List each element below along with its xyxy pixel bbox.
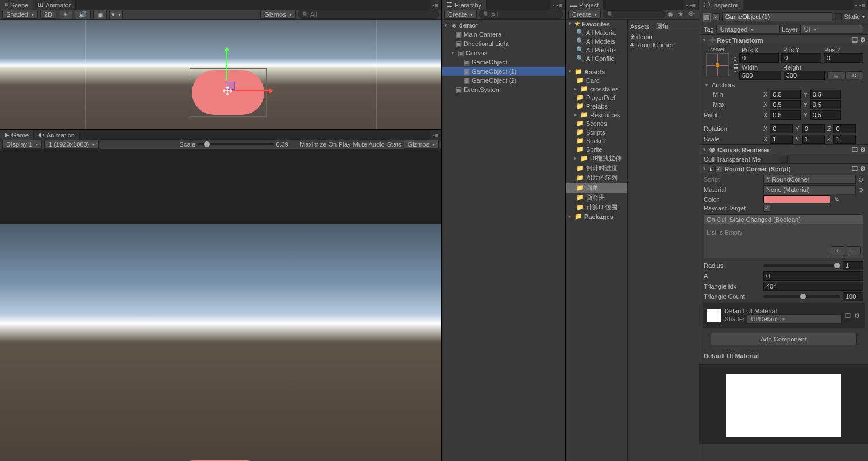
fx-toggle-icon[interactable]: ▣: [93, 10, 107, 20]
folder-item[interactable]: 📁画箭头: [566, 193, 627, 202]
tab-animator[interactable]: ⊞Animator: [33, 0, 76, 10]
hierarchy-create-dropdown[interactable]: Create: [444, 10, 477, 19]
pos-z-input[interactable]: [824, 53, 863, 63]
cull-transparent-checkbox[interactable]: [781, 156, 788, 163]
breadcrumb-item[interactable]: 圆角: [656, 22, 669, 30]
triangle-idx-input[interactable]: [763, 282, 863, 291]
breadcrumb-item[interactable]: Assets: [630, 23, 649, 30]
layer-dropdown[interactable]: UI: [800, 25, 863, 34]
folder-item[interactable]: 📁Sprite: [566, 145, 627, 153]
shader-dropdown[interactable]: UI/Default: [747, 314, 842, 324]
component-context-icon[interactable]: ⚙: [854, 312, 860, 320]
gizmo-toggle-icon[interactable]: ▾: [109, 10, 123, 20]
panel-menu-scene[interactable]: •≡: [430, 0, 441, 10]
hidden-icon[interactable]: 👁: [688, 10, 696, 18]
folder-item[interactable]: 📁Scripts: [566, 128, 627, 136]
hierarchy-item-canvas[interactable]: ▼▣Canvas: [442, 48, 565, 57]
project-asset-item[interactable]: #RoundCorner: [629, 41, 697, 49]
scene-search[interactable]: All: [298, 10, 439, 19]
folder-item[interactable]: 📁Prefabs: [566, 102, 627, 110]
component-context-icon[interactable]: ⚙: [860, 36, 866, 44]
scale-x-input[interactable]: [770, 135, 793, 144]
folder-item[interactable]: 📁Card: [566, 76, 627, 84]
tag-dropdown[interactable]: Untagged: [716, 25, 780, 34]
maximize-on-play-toggle[interactable]: Maximize On Play: [300, 141, 351, 148]
move-gizmo-icon[interactable]: [221, 86, 234, 96]
height-input[interactable]: [784, 71, 825, 80]
anchor-min-y-input[interactable]: [810, 90, 841, 99]
filter-icon[interactable]: ◉: [668, 10, 676, 18]
pivot-x-input[interactable]: [770, 110, 801, 120]
folder-item[interactable]: 📁倒计时进度: [566, 163, 627, 173]
tab-inspector[interactable]: ⓘInspector: [699, 0, 743, 10]
panel-menu-project[interactable]: ▪ •≡: [684, 0, 699, 10]
blueprint-mode-icon[interactable]: ⊡: [827, 71, 845, 79]
help-icon[interactable]: ❏: [852, 146, 858, 153]
material-reference[interactable]: None (Material): [763, 185, 856, 194]
folder-item[interactable]: 📁Scenes: [566, 119, 627, 128]
audio-toggle-icon[interactable]: 🔊: [75, 10, 91, 20]
assets-root[interactable]: ▼📁Assets: [566, 67, 627, 76]
project-search[interactable]: [603, 10, 665, 18]
tab-hierarchy[interactable]: ☰Hierarchy: [442, 0, 487, 10]
width-input[interactable]: [739, 71, 781, 80]
triangle-count-input[interactable]: [843, 292, 863, 301]
script-reference[interactable]: #RoundCorner: [763, 175, 856, 184]
packages-root[interactable]: ▸📁Packages: [566, 212, 627, 221]
round-corner-enabled-checkbox[interactable]: ✓: [715, 166, 722, 172]
object-picker-icon[interactable]: ⊙: [858, 186, 863, 194]
favorite-item[interactable]: 🔍All Conflic: [566, 54, 627, 63]
scale-z-input[interactable]: [833, 135, 856, 144]
rot-y-input[interactable]: [802, 124, 825, 133]
gameobject-active-checkbox[interactable]: ✓: [713, 13, 720, 20]
canvas-renderer-header[interactable]: ▼◉Canvas Renderer❏⚙: [699, 144, 868, 155]
mute-audio-toggle[interactable]: Mute Audio: [353, 141, 385, 148]
folder-item[interactable]: 📁图片的序列: [566, 173, 627, 183]
gizmo-y-axis[interactable]: [226, 48, 227, 80]
rot-x-input[interactable]: [770, 124, 793, 133]
favorite-item[interactable]: 🔍All Prefabs: [566, 45, 627, 54]
panel-menu-inspector[interactable]: ▪ •≡: [853, 0, 868, 10]
object-picker-icon[interactable]: ⊙: [858, 176, 863, 183]
pos-y-input[interactable]: [781, 53, 821, 63]
round-corner-header[interactable]: ▼#✓Round Corner (Script)❏⚙: [699, 163, 868, 174]
help-icon[interactable]: ❏: [845, 312, 851, 320]
resolution-dropdown[interactable]: 1 (1920x1080): [44, 140, 99, 149]
radius-slider[interactable]: [763, 264, 840, 267]
hierarchy-item[interactable]: ▣Main Camera: [442, 30, 565, 39]
a-input[interactable]: [763, 271, 863, 281]
scale-y-input[interactable]: [802, 135, 825, 144]
anchors-foldout[interactable]: ▼: [704, 83, 709, 88]
help-icon[interactable]: ❏: [852, 36, 858, 44]
project-asset-item[interactable]: ◈demo: [629, 32, 697, 41]
hierarchy-tree[interactable]: ▼◈demo* ▣Main Camera ▣Directional Light …: [442, 20, 565, 461]
tab-game[interactable]: ▶Game: [0, 130, 34, 140]
game-gizmos-dropdown[interactable]: Gizmos: [404, 140, 439, 149]
static-checkbox[interactable]: [835, 13, 842, 20]
hierarchy-item[interactable]: ▣GameObject (2): [442, 76, 565, 85]
hierarchy-search[interactable]: All: [479, 10, 563, 19]
hierarchy-item[interactable]: ▣EventSystem: [442, 85, 565, 94]
lighting-toggle-icon[interactable]: ☀: [59, 10, 72, 20]
folder-item[interactable]: ▸📁Resources: [566, 110, 627, 119]
color-swatch[interactable]: [763, 195, 830, 203]
hierarchy-scene-root[interactable]: ▼◈demo*: [442, 21, 565, 30]
panel-menu-hierarchy[interactable]: ▪ •≡: [550, 0, 565, 10]
folder-item[interactable]: ▸📁crosstales: [566, 84, 627, 93]
event-remove-button[interactable]: −: [847, 246, 861, 255]
hierarchy-item-selected[interactable]: ▣GameObject (1): [442, 67, 565, 76]
hierarchy-item[interactable]: ▣Directional Light: [442, 39, 565, 48]
raw-edit-icon[interactable]: R: [846, 71, 863, 79]
game-viewport[interactable]: [0, 149, 441, 461]
raycast-target-checkbox[interactable]: ✓: [763, 205, 770, 212]
tab-scene[interactable]: ⌗Scene: [0, 0, 33, 10]
mode-2d-toggle[interactable]: 2D: [40, 10, 56, 19]
stats-toggle[interactable]: Stats: [387, 141, 402, 148]
pos-x-input[interactable]: [739, 53, 779, 63]
component-context-icon[interactable]: ⚙: [860, 165, 866, 172]
folder-item[interactable]: ▸📁UI拖拽拉伸: [566, 153, 627, 163]
folder-item[interactable]: 📁Socket: [566, 136, 627, 145]
tab-project[interactable]: ▬Project: [566, 0, 604, 10]
favorite-item[interactable]: 🔍All Materia: [566, 28, 627, 37]
triangle-count-slider[interactable]: [763, 295, 840, 298]
